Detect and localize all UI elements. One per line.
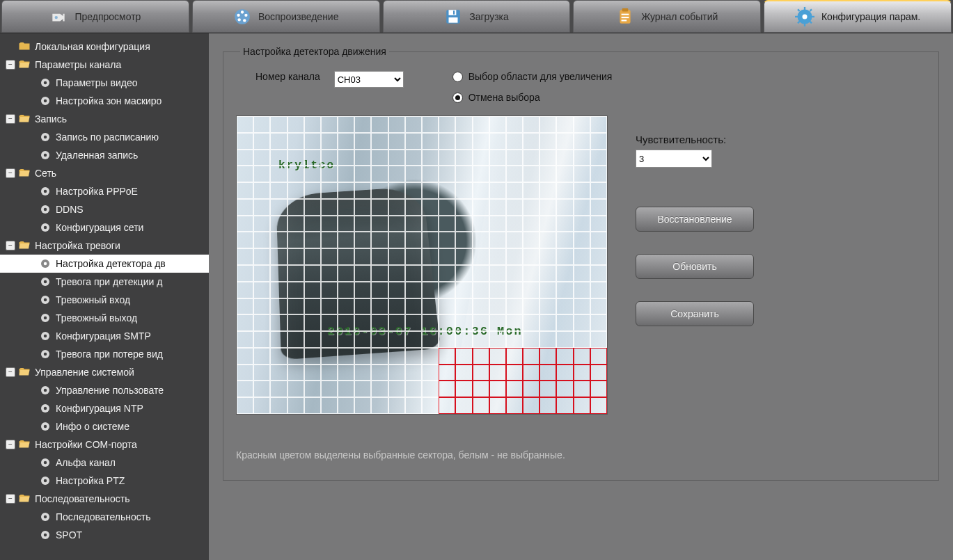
- tree-label: Параметры видео: [56, 77, 138, 88]
- tree-label: SPOT: [56, 529, 82, 541]
- collapse-icon[interactable]: −: [6, 494, 15, 504]
- tree-label: Управление системой: [35, 367, 134, 378]
- tree-video-loss[interactable]: Тревога при потере вид: [0, 345, 209, 363]
- sensitivity-select[interactable]: 3: [636, 150, 712, 168]
- tree-motion-detector[interactable]: Настройка детектора дв: [0, 255, 209, 273]
- gear-icon: [39, 384, 52, 397]
- tree-com[interactable]: − Настройки COM-порта: [0, 435, 209, 454]
- svg-point-5: [237, 18, 240, 21]
- radio-icon: [452, 72, 463, 82]
- folder-open-icon: [18, 167, 31, 179]
- tree-label: Настройка PPPoE: [56, 186, 138, 197]
- tree-system[interactable]: − Управление системой: [0, 363, 209, 381]
- tree-record-schedule[interactable]: Запись по расписанию: [0, 128, 209, 146]
- svg-rect-18: [804, 7, 805, 10]
- tab-playback[interactable]: Воспроизведение: [192, 0, 380, 33]
- tree-ntp[interactable]: Конфигурация NTP: [0, 399, 209, 417]
- svg-rect-13: [622, 13, 629, 15]
- tree-smtp[interactable]: Конфигурация SMTP: [0, 327, 209, 345]
- clipboard-icon: [616, 8, 634, 26]
- svg-point-6: [237, 13, 239, 16]
- tab-label: Журнал событий: [641, 11, 718, 22]
- svg-point-31: [44, 136, 47, 139]
- svg-point-17: [802, 15, 807, 19]
- svg-point-49: [44, 335, 47, 338]
- restore-button[interactable]: Восстановление: [636, 207, 754, 232]
- tree-alarm-in[interactable]: Тревожный вход: [0, 291, 209, 309]
- folder-open-icon: [18, 113, 31, 125]
- tree-detect-alarm[interactable]: Тревога при детекции д: [0, 273, 209, 291]
- svg-point-29: [44, 99, 47, 103]
- tree-spot[interactable]: SPOT: [0, 526, 209, 544]
- folder-open-icon: [18, 366, 31, 378]
- tree-label: Конфигурация NTP: [56, 403, 143, 414]
- svg-point-37: [44, 208, 47, 211]
- tab-label: Воспроизведение: [258, 11, 339, 22]
- tree-label: Параметры канала: [35, 59, 121, 70]
- tree-users[interactable]: Управление пользовате: [0, 381, 209, 399]
- tree-remote-record[interactable]: Удаленная запись: [0, 146, 209, 164]
- tree-alarm-out[interactable]: Тревожный выход: [0, 309, 209, 327]
- svg-point-4: [243, 19, 246, 22]
- reel-icon: [233, 8, 251, 26]
- collapse-icon[interactable]: −: [6, 114, 15, 124]
- gear-icon: [39, 77, 52, 89]
- gear-icon: [39, 511, 52, 523]
- radio-zoom[interactable]: Выбор области для увеличения: [452, 71, 613, 82]
- tree-alpha[interactable]: Альфа канал: [0, 454, 209, 472]
- tree-net-config[interactable]: Конфигурация сети: [0, 218, 209, 237]
- tree-video-params[interactable]: Параметры видео: [0, 74, 209, 92]
- refresh-button[interactable]: Обновить: [636, 254, 754, 279]
- gear-icon: [39, 149, 52, 161]
- tab-download[interactable]: Загрузка: [383, 0, 571, 33]
- tree-channel-params[interactable]: − Параметры канала: [0, 56, 209, 74]
- tree-label: Локальная конфигурация: [35, 41, 150, 52]
- gear-icon: [795, 7, 814, 26]
- gear-icon: [39, 185, 52, 198]
- tree-label: Альфа канал: [56, 457, 116, 468]
- tree-label: Настройка детектора дв: [56, 258, 166, 269]
- tree-pppoe[interactable]: Настройка PPPoE: [0, 182, 209, 200]
- tree-label: Конфигурация SMTP: [56, 330, 151, 342]
- motion-grid-preview[interactable]: kryltco 2016-03-07 16:00:36 Mon: [236, 115, 608, 415]
- tree-ptz[interactable]: Настройка PTZ: [0, 472, 209, 490]
- radio-cancel[interactable]: Отмена выбора: [452, 92, 613, 103]
- tree-label: Настройка PTZ: [56, 475, 125, 486]
- svg-rect-19: [804, 23, 805, 26]
- camera-icon: [49, 8, 68, 26]
- channel-select[interactable]: CH03: [334, 71, 404, 88]
- tab-config[interactable]: Конфигурация парам.: [764, 0, 952, 33]
- tree-record[interactable]: − Запись: [0, 110, 209, 128]
- collapse-icon[interactable]: −: [6, 241, 15, 250]
- svg-point-33: [44, 154, 47, 157]
- tree-alarm[interactable]: − Настройка тревоги: [0, 237, 209, 255]
- gear-icon: [39, 402, 52, 415]
- tree-sequence[interactable]: − Последовательность: [0, 490, 209, 508]
- tree-label: Тревожный выход: [56, 312, 137, 323]
- gear-icon: [39, 348, 52, 360]
- collapse-icon[interactable]: −: [6, 367, 15, 377]
- gear-icon: [39, 330, 52, 342]
- save-button[interactable]: Сохранить: [636, 301, 754, 326]
- tree-mask-zones[interactable]: Настройка зон маскиро: [0, 92, 209, 110]
- tab-events[interactable]: Журнал событий: [573, 0, 761, 33]
- tree-sequence2[interactable]: Последовательность: [0, 508, 209, 526]
- tree-label: Последовательность: [56, 511, 150, 522]
- gear-icon: [39, 456, 52, 469]
- tree-label: Сеть: [35, 168, 56, 179]
- collapse-icon[interactable]: −: [6, 440, 15, 449]
- svg-rect-8: [449, 10, 457, 15]
- svg-point-39: [44, 226, 47, 230]
- tree-ddns[interactable]: DDNS: [0, 200, 209, 218]
- tree-network[interactable]: − Сеть: [0, 164, 209, 182]
- tree-label: Управление пользовате: [56, 385, 164, 396]
- svg-point-3: [244, 13, 247, 16]
- tree-sysinfo[interactable]: Инфо о системе: [0, 417, 209, 435]
- svg-rect-21: [811, 16, 814, 17]
- tab-preview[interactable]: Предпросмотр: [1, 0, 189, 33]
- svg-rect-14: [622, 17, 629, 18]
- tree-label: Запись по расписанию: [56, 131, 159, 143]
- tree-local-config[interactable]: Локальная конфигурация: [0, 38, 209, 56]
- collapse-icon[interactable]: −: [6, 60, 15, 70]
- collapse-icon[interactable]: −: [6, 168, 15, 178]
